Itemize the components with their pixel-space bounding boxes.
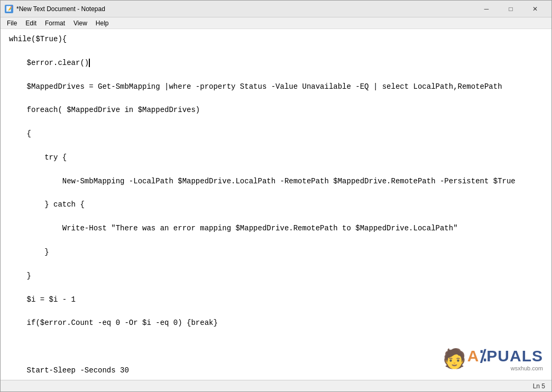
watermark-url: wsxhub.com	[467, 365, 543, 371]
title-bar: 📝 *New Text Document - Notepad ─ □ ✕	[1, 1, 551, 17]
menu-help[interactable]: Help	[91, 18, 113, 28]
status-bar: Ln 5	[1, 380, 551, 391]
minimize-button[interactable]: ─	[474, 1, 499, 17]
maximize-button[interactable]: □	[499, 1, 523, 17]
menu-view[interactable]: View	[69, 18, 91, 28]
menu-file[interactable]: File	[3, 18, 21, 28]
menu-format[interactable]: Format	[41, 18, 69, 28]
close-button[interactable]: ✕	[523, 1, 547, 17]
app-icon: 📝	[5, 5, 13, 13]
watermark-logo: 🧑 A⁒PUALS wsxhub.com	[443, 347, 543, 371]
menu-edit[interactable]: Edit	[21, 18, 41, 28]
line-number: Ln 5	[533, 382, 545, 390]
title-bar-controls: ─ □ ✕	[474, 1, 547, 17]
editor-area[interactable]: while($True){ $error.clear() $MappedDriv…	[1, 29, 551, 380]
editor-content[interactable]: while($True){ $error.clear() $MappedDriv…	[9, 33, 543, 380]
notepad-window: 📝 *New Text Document - Notepad ─ □ ✕ Fil…	[0, 0, 552, 392]
menu-bar: File Edit Format View Help	[1, 17, 551, 29]
text-cursor	[89, 59, 90, 67]
window-title: *New Text Document - Notepad	[16, 5, 105, 13]
watermark: 🧑 A⁒PUALS wsxhub.com	[443, 347, 543, 371]
